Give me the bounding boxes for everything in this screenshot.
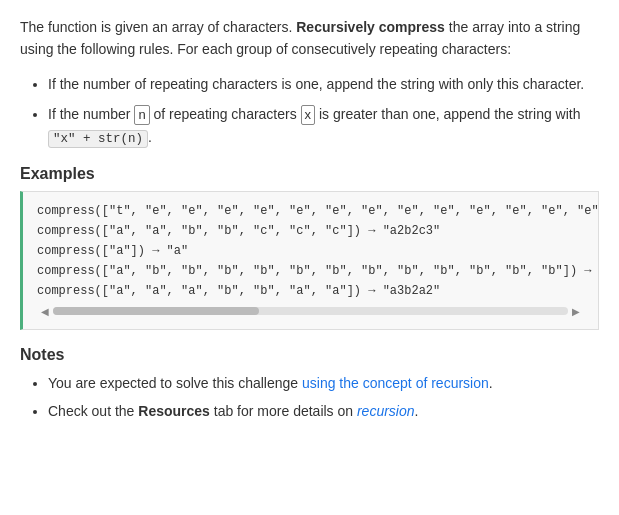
scrollbar-row: ◀ ▶ (37, 306, 584, 317)
rule-2: If the number n of repeating characters … (48, 103, 599, 148)
resources-bold: Resources (138, 403, 210, 419)
note-1: You are expected to solve this challenge… (48, 372, 599, 394)
examples-title: Examples (20, 165, 599, 183)
intro-paragraph: The function is given an array of charac… (20, 16, 599, 61)
n-box: n (134, 105, 149, 125)
scroll-track[interactable] (53, 307, 568, 315)
scroll-left-arrow[interactable]: ◀ (37, 306, 53, 317)
rules-list: If the number of repeating characters is… (20, 73, 599, 149)
notes-list: You are expected to solve this challenge… (20, 372, 599, 423)
scroll-right-arrow[interactable]: ▶ (568, 306, 584, 317)
intro-text-1: The function is given an array of charac… (20, 19, 296, 35)
recursion-link-1[interactable]: using the concept of recursion (302, 375, 489, 391)
example-line-3: compress(["a"]) → "a" (37, 244, 584, 258)
rule-1: If the number of repeating characters is… (48, 73, 599, 95)
notes-title: Notes (20, 346, 599, 364)
code-snippet: "x" + str(n) (48, 130, 148, 148)
scroll-thumb (53, 307, 259, 315)
example-line-5: compress(["a", "a", "a", "b", "b", "a", … (37, 284, 584, 298)
recursion-link-2[interactable]: recursion (357, 403, 415, 419)
example-line-4: compress(["a", "b", "b", "b", "b", "b", … (37, 264, 584, 278)
examples-box: compress(["t", "e", "e", "e", "e", "e", … (20, 191, 599, 330)
example-line-1: compress(["t", "e", "e", "e", "e", "e", … (37, 204, 584, 218)
x-box: x (301, 105, 316, 125)
note-2: Check out the Resources tab for more det… (48, 400, 599, 422)
example-line-2: compress(["a", "a", "b", "b", "c", "c", … (37, 224, 584, 238)
intro-bold: Recursively compress (296, 19, 445, 35)
